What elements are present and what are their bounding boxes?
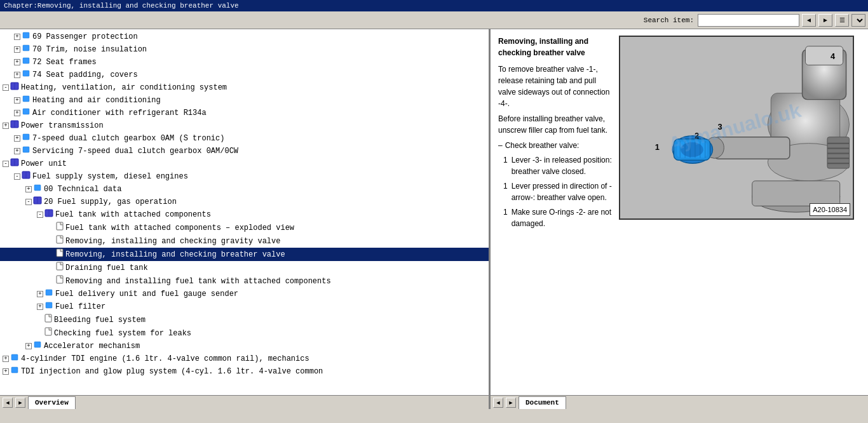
tree-nav-prev[interactable]: ◄ (3, 398, 13, 408)
tree-expander[interactable]: + (37, 304, 43, 310)
step-number: 1 (503, 154, 508, 177)
tree-item[interactable]: - Heating, ventilation, air conditioning… (0, 81, 489, 94)
tree-expander[interactable]: - (37, 211, 43, 218)
search-input[interactable] (698, 14, 799, 27)
svg-text:4: 4 (831, 51, 836, 61)
tree-item[interactable]: + 4-cylinder TDI engine (1.6 ltr. 4-valv… (0, 352, 489, 365)
tree-item[interactable]: Fuel tank with attached components – exp… (0, 221, 489, 234)
tab-document[interactable]: Document (519, 396, 566, 409)
diamond-icon (22, 145, 31, 157)
tree-expander[interactable]: - (25, 199, 32, 205)
svg-rect-11 (23, 147, 29, 152)
tree-expander[interactable]: + (14, 135, 20, 142)
tree-item[interactable]: + Fuel filter (0, 300, 489, 313)
tree-item[interactable]: Removing, installing and checking breath… (0, 248, 489, 261)
doc-icon (56, 235, 64, 247)
tree-item-label: 20 Fuel supply, gas operation (44, 197, 177, 207)
tree-item[interactable]: + 69 Passenger protection (0, 30, 489, 43)
toolbar-menu-button[interactable]: ☰ (835, 14, 849, 27)
toolbar-options-select[interactable]: ▼ (851, 14, 865, 27)
tree-nav-next[interactable]: ► (15, 398, 25, 408)
tree-expander[interactable]: + (3, 356, 9, 362)
tree-item[interactable]: + 74 Seat padding, covers (0, 69, 489, 81)
tree-item[interactable]: + Accelerator mechanism (0, 340, 489, 352)
search-label: Search item: (644, 17, 694, 24)
tree-item-label: Fuel tank with attached components (55, 210, 211, 220)
book-icon (10, 158, 19, 170)
tree-item[interactable]: + 7-speed dual clutch gearbox 0AM (S tro… (0, 132, 489, 145)
svg-rect-31 (11, 354, 18, 360)
tree-item[interactable]: - Power unit (0, 158, 489, 170)
tree-item-label: Heating and air conditioning (32, 95, 161, 105)
tree-expander[interactable]: + (3, 123, 9, 129)
tree-expander[interactable]: + (14, 148, 20, 154)
svg-rect-28 (45, 314, 51, 322)
diamond-icon (22, 107, 31, 119)
tree-item-label: 72 Seat frames (32, 57, 97, 67)
titlebar: Chapter:Removing, installing and checkin… (0, 0, 868, 11)
tree-item-label: Fuel tank with attached components – exp… (65, 223, 294, 233)
doc-nav-prev[interactable]: ◄ (493, 398, 503, 408)
tree-expander[interactable]: + (14, 34, 20, 40)
step-number: 1 (503, 206, 508, 229)
doc-paragraphs: To remove breather valve -1-, release re… (498, 64, 613, 229)
tree-item[interactable]: Draining fuel tank (0, 261, 489, 274)
search-prev-button[interactable]: ◄ (802, 14, 816, 27)
step-text: Lever pressed in direction of -arrow-: b… (512, 180, 613, 203)
tree-item[interactable]: - 20 Fuel supply, gas operation (0, 196, 489, 208)
diamond-icon (44, 288, 53, 300)
main-content: + 69 Passenger protection+ 70 Trim, nois… (0, 29, 868, 409)
bullet-dash: – (498, 140, 503, 151)
tree-expander[interactable]: - (3, 84, 9, 91)
tree-expander[interactable]: + (25, 186, 32, 192)
tree-expander[interactable]: + (14, 110, 20, 116)
bullet-text: Check breather valve: (505, 140, 580, 151)
svg-rect-3 (23, 70, 29, 76)
tree-item[interactable]: + Power transmission (0, 119, 489, 132)
tree-expander[interactable]: + (14, 72, 20, 78)
book-icon (33, 196, 42, 208)
search-next-button[interactable]: ► (818, 14, 832, 27)
tree-item[interactable]: - Fuel supply system, diesel engines (0, 170, 489, 183)
tree-item[interactable]: + 70 Trim, noise insulation (0, 43, 489, 56)
tree-item[interactable]: Checking fuel system for leaks (0, 326, 489, 340)
tree-expander[interactable]: + (37, 291, 43, 297)
tree-item-label: Fuel supply system, diesel engines (32, 171, 188, 182)
tree-item[interactable]: Removing and installing fuel tank with a… (0, 274, 489, 288)
svg-rect-7 (23, 109, 29, 114)
diamond-icon (22, 44, 31, 55)
tree-expander[interactable]: + (3, 368, 9, 375)
right-panel: Removing, installing and checking breath… (491, 29, 868, 409)
tree-item[interactable]: + Heating and air conditioning (0, 94, 489, 107)
doc-nav-next[interactable]: ► (506, 398, 516, 408)
tree-item[interactable]: + Servicing 7-speed dual clutch gearbox … (0, 145, 489, 158)
doc-paragraph: To remove breather valve -1-, release re… (498, 64, 613, 109)
step-text: Make sure O-rings -2- are not damaged. (512, 206, 613, 229)
diamond-icon (22, 57, 31, 68)
svg-rect-23 (57, 249, 63, 257)
tree-item[interactable]: Bleeding fuel system (0, 313, 489, 326)
tree-item-label: Removing, installing and checking breath… (65, 250, 285, 260)
tree-expander[interactable]: + (14, 46, 20, 53)
tree-container[interactable]: + 69 Passenger protection+ 70 Trim, nois… (0, 29, 489, 395)
doc-paragraph: 1Make sure O-rings -2- are not damaged. (503, 206, 613, 229)
tree-item[interactable]: + Air conditioner with refrigerant R134a (0, 107, 489, 119)
tree-item[interactable]: Removing, installing and checking gravit… (0, 234, 489, 248)
tree-expander[interactable]: + (25, 343, 32, 349)
tree-expander[interactable]: - (14, 173, 20, 180)
doc-image-box: 1 2 3 4 Aymanualo.uk A20-10834 (619, 36, 854, 220)
tree-item[interactable]: + 00 Technical data (0, 183, 489, 196)
tree-item-label: 00 Technical data (44, 184, 121, 194)
tree-item[interactable]: + Fuel delivery unit and fuel gauge send… (0, 288, 489, 300)
tree-item-label: Removing, installing and checking gravit… (65, 236, 280, 246)
doc-icon (44, 314, 52, 326)
tree-expander[interactable]: + (14, 97, 20, 104)
tab-overview[interactable]: Overview (28, 396, 76, 409)
tree-expander[interactable]: - (3, 161, 9, 167)
tree-item[interactable]: - Fuel tank with attached components (0, 208, 489, 221)
tree-item[interactable]: + TDI injection and glow plug system (4-… (0, 365, 489, 378)
tree-item[interactable]: + 72 Seat frames (0, 56, 489, 69)
tree-expander[interactable]: + (14, 59, 20, 65)
tree-item-label: TDI injection and glow plug system (4-cy… (21, 366, 323, 377)
svg-rect-26 (46, 290, 52, 295)
